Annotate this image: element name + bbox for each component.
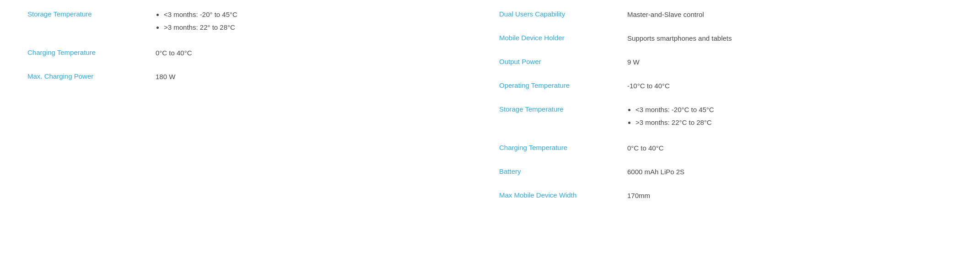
- spec-label-max-charging-power-left: Max. Charging Power: [27, 71, 156, 82]
- spec-row-output-power: Output Power 9 W: [499, 57, 953, 68]
- spec-row-charging-temperature-left: Charging Temperature 0°C to 40°C: [27, 48, 481, 59]
- spec-row-max-mobile-device-width: Max Mobile Device Width 170mm: [499, 190, 953, 201]
- spec-label-charging-temperature-left: Charging Temperature: [27, 48, 156, 58]
- spec-row-mobile-device-holder: Mobile Device Holder Supports smartphone…: [499, 33, 953, 44]
- spec-value-dual-users: Master-and-Slave control: [627, 9, 953, 20]
- spec-label-battery: Battery: [499, 166, 627, 177]
- spec-label-output-power: Output Power: [499, 57, 627, 67]
- list-item: <3 months: -20°C to 45°C: [635, 104, 953, 115]
- spec-label-storage-temperature-left: Storage Temperature: [27, 9, 156, 20]
- spec-value-charging-temperature-left: 0°C to 40°C: [156, 48, 481, 59]
- spec-row-operating-temperature: Operating Temperature -10°C to 40°C: [499, 80, 953, 91]
- spec-label-charging-temperature-right: Charging Temperature: [499, 143, 627, 153]
- spec-value-mobile-device-holder: Supports smartphones and tablets: [627, 33, 953, 44]
- spec-value-operating-temperature: -10°C to 40°C: [627, 80, 953, 91]
- list-item: >3 months: 22° to 28°C: [164, 22, 481, 33]
- spec-value-max-mobile-device-width: 170mm: [627, 190, 953, 201]
- spec-row-storage-temperature-left: Storage Temperature <3 months: -20° to 4…: [27, 9, 481, 35]
- list-item: >3 months: 22°C to 28°C: [635, 117, 953, 128]
- spec-row-charging-temperature-right: Charging Temperature 0°C to 40°C: [499, 143, 953, 154]
- spec-value-charging-temperature-right: 0°C to 40°C: [627, 143, 953, 154]
- spec-label-max-mobile-device-width: Max Mobile Device Width: [499, 190, 627, 201]
- spec-value-battery: 6000 mAh LiPo 2S: [627, 166, 953, 177]
- spec-label-dual-users: Dual Users Capability: [499, 9, 627, 20]
- spec-label-operating-temperature: Operating Temperature: [499, 80, 627, 91]
- spec-value-storage-temperature-right: <3 months: -20°C to 45°C >3 months: 22°C…: [627, 104, 953, 130]
- list-item: <3 months: -20° to 45°C: [164, 9, 481, 20]
- spec-row-max-charging-power-left: Max. Charging Power 180 W: [27, 71, 481, 82]
- right-column: Dual Users Capability Master-and-Slave c…: [490, 9, 962, 214]
- spec-value-max-charging-power-left: 180 W: [156, 71, 481, 82]
- spec-row-storage-temperature-right: Storage Temperature <3 months: -20°C to …: [499, 104, 953, 130]
- spec-value-output-power: 9 W: [627, 57, 953, 68]
- page-container: Storage Temperature <3 months: -20° to 4…: [0, 0, 980, 223]
- left-column: Storage Temperature <3 months: -20° to 4…: [18, 9, 490, 214]
- spec-row-dual-users: Dual Users Capability Master-and-Slave c…: [499, 9, 953, 20]
- spec-label-mobile-device-holder: Mobile Device Holder: [499, 33, 627, 43]
- spec-row-battery: Battery 6000 mAh LiPo 2S: [499, 166, 953, 177]
- spec-value-storage-temperature-left: <3 months: -20° to 45°C >3 months: 22° t…: [156, 9, 481, 35]
- spec-label-storage-temperature-right: Storage Temperature: [499, 104, 627, 115]
